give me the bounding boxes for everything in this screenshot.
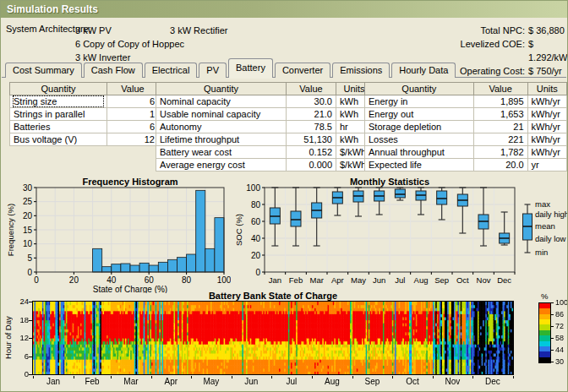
tab-hourly-data[interactable]: Hourly Data (391, 63, 456, 78)
table-row: Annual throughput1,782kWh/yr (365, 146, 567, 159)
svg-text:0: 0 (255, 268, 260, 277)
heatmap-month-label: Sep (365, 377, 380, 386)
table-cell: String size (10, 95, 107, 108)
heatmap-ytick-mark (29, 357, 32, 357)
box-month-Feb (291, 188, 301, 246)
monthly-statistics-chart: 020406080100JanFebMarAprMayJunJulAugSepO… (234, 178, 568, 293)
total-npc-value: $ 36,880 (528, 24, 568, 37)
window-titlebar[interactable]: Simulation Results (1, 1, 567, 18)
box-month-Sep (437, 188, 447, 220)
colorbar-tick-mark (551, 338, 554, 339)
tab-converter[interactable]: Converter (275, 63, 330, 78)
table-row: Storage depletion21kWh/yr (365, 121, 567, 133)
table-cell: Strings in parallel (10, 108, 107, 121)
heatmap-ytick-mark (29, 302, 32, 302)
results-table: QuantityValueUnitsEnergy in1,895kWh/yrEn… (364, 82, 567, 172)
heatmap-month-label: Oct (406, 377, 419, 386)
table-row: Expected life20.0yr (365, 159, 567, 172)
table-cell: 1,895 (473, 95, 527, 108)
colorbar-tick-label: 100 (555, 298, 568, 307)
heatmap-month-label: Apr (165, 377, 178, 386)
tab-emissions[interactable]: Emissions (332, 63, 390, 78)
svg-text:SOC (%): SOC (%) (234, 214, 243, 246)
svg-text:min: min (535, 248, 548, 257)
svg-text:0: 0 (34, 275, 39, 285)
heatmap-month-label: Jun (244, 377, 258, 386)
table-cell: Losses (365, 133, 474, 146)
architecture-item: 3 kW Rectifier (170, 24, 227, 37)
table-cell: Energy out (365, 108, 474, 121)
svg-text:Frequency (%): Frequency (%) (6, 204, 15, 256)
svg-text:mean: mean (535, 221, 555, 231)
histogram-bar (121, 264, 130, 272)
svg-text:40: 40 (106, 275, 117, 285)
box-month-Mar (312, 188, 322, 246)
table-cell: Expected life (365, 159, 474, 172)
table-cell: 0.000 (287, 159, 336, 172)
histogram-bar (149, 265, 158, 272)
svg-text:80: 80 (182, 275, 192, 285)
histogram-bar (112, 264, 121, 272)
table-cell: 51,130 (287, 133, 336, 146)
heatmap-month-tick (191, 376, 192, 378)
table-cell: 21.0 (287, 108, 336, 121)
heatmap-ytick-label: 12 (14, 333, 29, 342)
window-title: Simulation Results (7, 3, 98, 15)
table-cell: kWh/yr (527, 121, 566, 133)
heatmap-month-label: Jul (286, 377, 297, 386)
heatmap-month-tick (312, 376, 313, 378)
architecture-item: 3 kW PV (75, 24, 184, 37)
heatmap-ytick-label: 24 (14, 297, 29, 306)
architecture-item: 6 Copy of Copy of Hoppec (75, 37, 184, 51)
table-cell: kWh/yr (527, 95, 566, 108)
table-cell: 12 (107, 133, 159, 146)
colorbar-tick-label: 86 (555, 310, 564, 318)
tab-cost-summary[interactable]: Cost Summary (5, 63, 82, 78)
colorbar-tick-label: 30 (555, 357, 564, 366)
table-cell: 1,653 (473, 108, 527, 121)
heatmap-month-tick (33, 376, 34, 378)
heatmap-ytick-label: 0 (14, 369, 29, 378)
box-month-Apr (332, 188, 342, 215)
heatmap-month-tick (472, 376, 473, 378)
column-header: Quantity (10, 83, 107, 95)
tab-electrical[interactable]: Electrical (145, 63, 198, 78)
histogram-bar (158, 262, 167, 272)
table-cell: 30.0 (287, 95, 336, 108)
table-cell: 21 (473, 121, 527, 133)
heatmap-month-label: Nov (445, 377, 461, 386)
operating-cost-value: $ 750/yr (528, 64, 568, 78)
heatmap-month-tick (352, 376, 353, 378)
column-header: Quantity (365, 83, 474, 95)
box-month-Oct (457, 188, 467, 233)
svg-text:100: 100 (246, 183, 260, 193)
histogram-bar (215, 218, 224, 272)
heatmap-ytick-mark (29, 320, 32, 321)
table-cell: Annual throughput (365, 146, 474, 159)
colorbar-tick-mark (551, 314, 554, 315)
table-cell: Usable nominal capacity (156, 108, 287, 121)
svg-text:Feb: Feb (289, 275, 303, 285)
column-header: Value (287, 83, 336, 95)
svg-text:10: 10 (23, 239, 33, 248)
heatmap-month-label: Jan (46, 377, 60, 386)
battery-config-table: QuantityValueString size6Strings in para… (9, 82, 159, 146)
boxplot-legend: maxdaily highmeandaily lowmin (523, 199, 568, 257)
table-row: Batteries6 (10, 121, 159, 133)
tab-cash-flow[interactable]: Cash Flow (84, 63, 143, 78)
table-row: Lifetime throughput51,130kWh (156, 133, 373, 146)
heatmap-month-tick (271, 376, 272, 378)
tab-pv[interactable]: PV (199, 63, 227, 78)
svg-text:100: 100 (217, 275, 231, 285)
svg-text:Nov: Nov (477, 275, 491, 285)
table-row: Strings in parallel1 (10, 108, 159, 121)
heatmap-month-tick (513, 376, 514, 378)
histogram-bar (178, 258, 187, 272)
table-cell: 0.152 (287, 146, 336, 159)
colorbar-tick-label: 72 (555, 322, 564, 330)
colorbar-segment (539, 357, 550, 362)
table-cell: yr (527, 159, 566, 172)
colorbar-tick-mark (551, 326, 554, 327)
tab-battery[interactable]: Battery (228, 58, 273, 78)
svg-text:Dec: Dec (497, 275, 511, 285)
